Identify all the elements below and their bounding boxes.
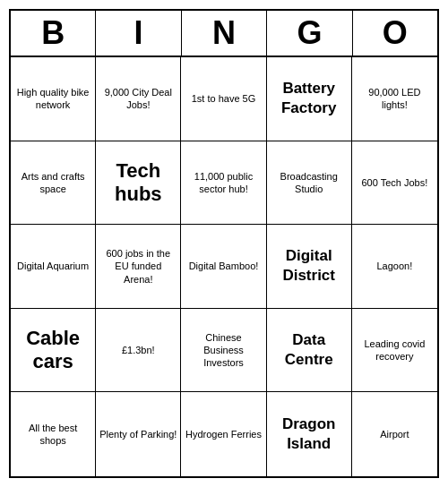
bingo-cell: All the best shops xyxy=(11,392,96,476)
bingo-cell: Airport xyxy=(352,392,437,476)
bingo-cell: Plenty of Parking! xyxy=(96,392,181,476)
header-letter: N xyxy=(182,11,267,56)
bingo-cell: 9,000 City Deal Jobs! xyxy=(96,57,181,141)
bingo-cell: £1.3bn! xyxy=(96,309,181,393)
cell-text: £1.3bn! xyxy=(122,344,155,356)
cell-text: 11,000 public sector hub! xyxy=(185,170,262,196)
bingo-cell: 600 Tech Jobs! xyxy=(352,141,437,226)
bingo-cell: High quality bike network xyxy=(11,57,96,141)
bingo-cell: Data Centre xyxy=(267,309,352,393)
bingo-cell: Hydrogen Ferries xyxy=(181,392,266,476)
bingo-cell: Chinese Business Investors xyxy=(181,309,266,393)
cell-text: 600 jobs in the EU funded Arena! xyxy=(99,247,177,286)
bingo-cell: Lagoon! xyxy=(352,225,437,309)
cell-text: Digital Bamboo! xyxy=(189,260,259,272)
cell-text: Digital Aquarium xyxy=(17,260,89,272)
header-letter: O xyxy=(353,11,437,56)
cell-text: All the best shops xyxy=(14,422,91,448)
bingo-cell: Arts and crafts space xyxy=(11,141,96,226)
cell-text: Arts and crafts space xyxy=(14,170,91,196)
cell-text: Tech hubs xyxy=(99,159,177,207)
cell-text: Plenty of Parking! xyxy=(99,428,177,440)
cell-text: Battery Factory xyxy=(271,79,348,118)
bingo-cell: 90,000 LED lights! xyxy=(352,57,437,141)
bingo-cell: Dragon Island xyxy=(267,392,352,476)
cell-text: High quality bike network xyxy=(14,86,91,112)
header-letter: G xyxy=(267,11,352,56)
cell-text: 600 Tech Jobs! xyxy=(361,176,427,189)
bingo-cell: Broadcasting Studio xyxy=(267,141,352,226)
cell-text: Digital District xyxy=(271,246,348,286)
cell-text: Cable cars xyxy=(14,327,91,374)
bingo-cell: Tech hubs xyxy=(96,141,181,226)
bingo-cell: Digital Bamboo! xyxy=(181,225,266,309)
bingo-cell: Leading covid recovery xyxy=(352,309,437,393)
bingo-header: BINGO xyxy=(11,11,437,57)
cell-text: Hydrogen Ferries xyxy=(185,428,262,440)
header-letter: B xyxy=(11,11,96,56)
bingo-card: BINGO High quality bike network9,000 Cit… xyxy=(9,9,439,478)
bingo-cell: Digital Aquarium xyxy=(11,225,96,309)
cell-text: 1st to have 5G xyxy=(192,92,256,105)
bingo-grid: High quality bike network9,000 City Deal… xyxy=(11,57,437,476)
bingo-cell: 1st to have 5G xyxy=(181,57,266,141)
bingo-cell: Battery Factory xyxy=(267,57,352,141)
cell-text: 9,000 City Deal Jobs! xyxy=(99,86,177,112)
cell-text: Data Centre xyxy=(271,330,348,370)
cell-text: Airport xyxy=(380,428,409,440)
cell-text: 90,000 LED lights! xyxy=(356,86,434,112)
bingo-cell: 11,000 public sector hub! xyxy=(181,141,266,226)
cell-text: Lagoon! xyxy=(377,260,413,272)
cell-text: Dragon Island xyxy=(271,414,348,454)
bingo-cell: Cable cars xyxy=(11,309,96,393)
cell-text: Broadcasting Studio xyxy=(271,170,348,196)
bingo-cell: Digital District xyxy=(267,225,352,309)
bingo-cell: 600 jobs in the EU funded Arena! xyxy=(96,225,181,309)
cell-text: Leading covid recovery xyxy=(356,337,434,363)
header-letter: I xyxy=(96,11,181,56)
cell-text: Chinese Business Investors xyxy=(185,331,262,370)
